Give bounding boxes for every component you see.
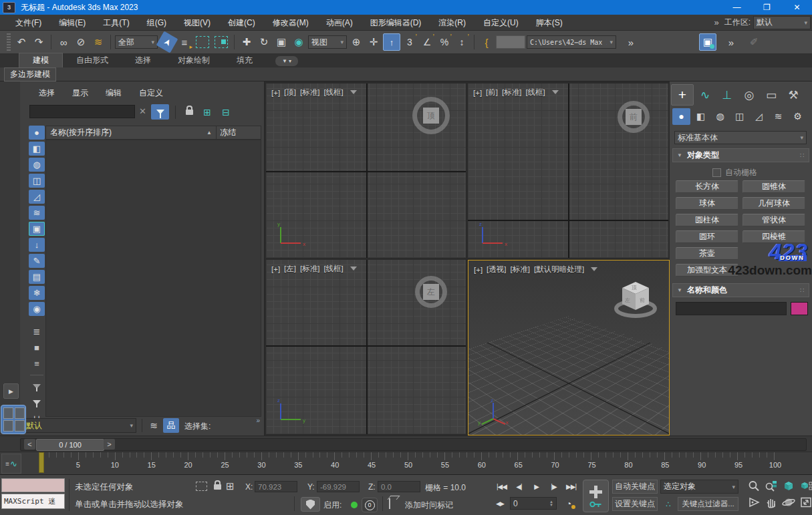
reference-coordinate-dropdown[interactable]: 视图▾ xyxy=(308,35,347,49)
autogrid-checkbox[interactable]: 自动栅格 xyxy=(712,167,757,178)
z-coordinate-field[interactable]: 0.0 xyxy=(378,481,420,492)
ribbon-tab-object-paint[interactable]: 对象绘制 xyxy=(164,53,223,67)
menu-modifiers[interactable]: 修改器(M) xyxy=(264,15,317,31)
select-and-move-icon[interactable]: ✚ xyxy=(239,34,255,50)
time-slider-handle[interactable]: 0 / 100 xyxy=(36,439,104,451)
go-to-start-button[interactable]: |◀◀ xyxy=(493,480,510,494)
named-selection-set-dropdown[interactable]: 默认▾ xyxy=(23,418,136,433)
absolute-mode-toggle-icon[interactable]: ⊞ xyxy=(226,480,235,492)
snap-toggle-3d-icon[interactable]: 3 xyxy=(402,34,418,50)
window-crossing-toggle-icon[interactable] xyxy=(215,36,228,48)
redo-icon[interactable]: ↷ xyxy=(31,34,47,50)
unlink-selection-icon[interactable]: ⊘ xyxy=(73,34,89,50)
zoom-icon[interactable] xyxy=(746,479,762,494)
minimize-button[interactable]: — xyxy=(722,0,752,15)
viewport-top[interactable]: [+] [顶] [标准] [线框] 顶 y x xyxy=(266,83,466,258)
timeline-playhead[interactable] xyxy=(39,452,44,473)
category-helpers-icon[interactable]: ◿ xyxy=(750,108,768,125)
trackbar-ruler[interactable]: 0510152025303540455055606570758085909510… xyxy=(41,452,775,474)
viewcube[interactable]: 顶 左 前 xyxy=(612,278,660,319)
add-time-tag-button[interactable]: 添加时间标记 xyxy=(405,500,453,511)
toolbar-drag-handle[interactable] xyxy=(7,33,11,51)
maximize-viewport-toggle-icon[interactable] xyxy=(798,495,812,510)
per-view-filter-icon[interactable] xyxy=(552,90,559,98)
menu-create[interactable]: 创建(C) xyxy=(219,15,264,31)
viewport-left[interactable]: [+] [左] [标准] [线框] 左 z y xyxy=(266,260,466,434)
select-and-manipulate-icon[interactable]: ✛ xyxy=(366,34,382,50)
viewport-menu-button[interactable]: [+] xyxy=(474,266,483,274)
rectangular-selection-region-icon[interactable] xyxy=(196,36,209,48)
select-and-scale-icon[interactable]: ▣ xyxy=(273,34,289,50)
show-cameras-toggle-icon[interactable]: ◫ xyxy=(29,174,45,188)
previous-key-arrow[interactable]: < xyxy=(24,439,35,450)
create-panel-tab[interactable]: + xyxy=(671,84,694,106)
menu-overflow-chevrons[interactable]: » xyxy=(708,17,724,27)
time-slider-track[interactable] xyxy=(20,438,807,451)
mini-curve-editor-button[interactable]: ∿ xyxy=(1,454,21,474)
menu-rendering[interactable]: 渲染(R) xyxy=(430,15,475,31)
render-disabled-icon[interactable]: ✐ xyxy=(746,34,762,50)
filter-config-icon[interactable] xyxy=(29,379,45,393)
time-configuration-icon[interactable]: ◔ xyxy=(561,497,577,510)
create-tube-button[interactable]: 管状体 xyxy=(742,214,805,226)
layers-icon[interactable]: ≋ xyxy=(146,418,162,433)
maxscript-listener-label[interactable]: MAXScript 迷 xyxy=(1,494,65,509)
field-of-view-icon[interactable] xyxy=(746,495,762,510)
show-lights-toggle-icon[interactable]: ◍ xyxy=(29,158,45,172)
set-keys-big-button[interactable] xyxy=(583,480,609,512)
show-containers-toggle-icon[interactable]: ↓ xyxy=(29,238,45,252)
create-cylinder-button[interactable]: 圆柱体 xyxy=(676,214,738,226)
utilities-panel-tab[interactable]: ⚒ xyxy=(783,85,804,105)
viewcube[interactable]: 顶 xyxy=(412,97,450,134)
viewport-menu-button[interactable]: [+] xyxy=(271,89,280,97)
workspace-dropdown[interactable]: 默认▾ xyxy=(753,16,811,29)
ribbon-tab-selection[interactable]: 选择 xyxy=(122,53,164,67)
motion-panel-tab[interactable]: ◎ xyxy=(738,85,760,105)
menu-tools[interactable]: 工具(T) xyxy=(94,15,138,31)
menu-customize[interactable]: 自定义(U) xyxy=(475,15,527,31)
object-name-field[interactable] xyxy=(676,302,787,315)
zoom-extents-icon[interactable] xyxy=(781,479,797,494)
show-spacewarps-toggle-icon[interactable]: ≋ xyxy=(29,206,45,220)
create-geosphere-button[interactable]: 几何球体 xyxy=(742,197,805,210)
filter-icon[interactable] xyxy=(29,395,45,409)
zoom-all-icon[interactable] xyxy=(763,479,779,494)
viewport-style-label[interactable]: [标准] xyxy=(502,88,521,98)
explorer-search-input[interactable] xyxy=(29,105,135,118)
zoom-extents-all-icon[interactable] xyxy=(798,479,812,494)
play-animation-button[interactable]: ▶ xyxy=(528,480,545,494)
angle-snap-icon[interactable]: ∠ xyxy=(419,34,435,50)
list-view-icon[interactable]: ≣ xyxy=(29,325,45,339)
ribbon-tab-freeform[interactable]: 自由形式 xyxy=(63,53,122,67)
selection-filter-dropdown[interactable]: 全部▾ xyxy=(115,35,158,49)
checkbox-icon[interactable] xyxy=(712,168,721,177)
ribbon-subtab-polygon-modeling[interactable]: 多边形建模 xyxy=(4,67,56,81)
column-name-header[interactable]: 名称(按升序排序)▲ xyxy=(45,126,217,140)
explorer-overflow-chevrons[interactable]: » xyxy=(256,417,260,424)
viewport-shading-label[interactable]: [默认明暗处理] xyxy=(534,265,584,275)
create-sphere-button[interactable]: 球体 xyxy=(676,197,738,210)
pan-hand-icon[interactable] xyxy=(763,495,779,510)
viewport-layout-tabs-button[interactable] xyxy=(1,405,26,434)
named-selection-set-field[interactable] xyxy=(496,35,525,49)
show-shapes-toggle-icon[interactable]: ◧ xyxy=(29,142,45,156)
app-icon-3dsmax[interactable]: 3 xyxy=(3,2,15,13)
per-view-filter-icon[interactable] xyxy=(591,267,597,275)
viewport-front[interactable]: [+] [前] [标准] [线框] 前 z x xyxy=(468,83,668,258)
category-systems-icon[interactable]: ⚙ xyxy=(789,108,807,125)
expand-panel-button[interactable]: ▶ xyxy=(3,383,19,399)
rollout-object-type[interactable]: ▼ 对象类型 ∷ xyxy=(672,148,809,162)
primitive-type-dropdown[interactable]: 标准基本体▾ xyxy=(674,131,807,144)
hierarchy-mode-icon[interactable]: 品 xyxy=(163,418,179,433)
explorer-menu-display[interactable]: 显示 xyxy=(72,88,88,99)
clear-search-icon[interactable]: ✕ xyxy=(139,106,146,116)
menu-animation[interactable]: 动画(A) xyxy=(317,15,362,31)
lock-explorer-icon[interactable] xyxy=(182,104,196,120)
display-panel-tab[interactable]: ▭ xyxy=(761,85,782,105)
viewport-view-label[interactable]: [左] xyxy=(284,264,296,274)
show-bones-toggle-icon[interactable]: ✎ xyxy=(29,254,45,268)
show-visibility-toggle-icon[interactable]: ◉ xyxy=(29,302,45,316)
viewport-shading-label[interactable]: [线框] xyxy=(525,88,545,98)
viewport-shading-label[interactable]: [线框] xyxy=(323,264,343,274)
next-key-arrow[interactable]: > xyxy=(104,439,115,450)
